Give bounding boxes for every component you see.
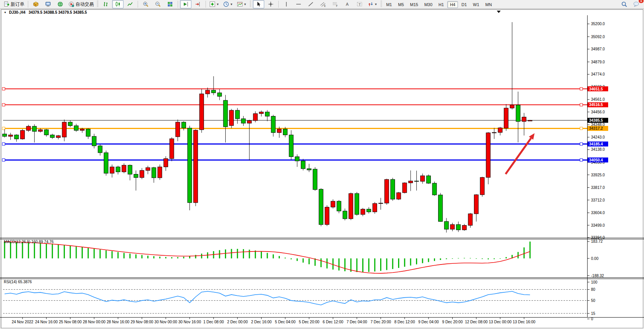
hline-handle[interactable]	[2, 103, 5, 106]
svg-text:34987.0: 34987.0	[591, 47, 605, 51]
svg-text:12 Dec 08:00: 12 Dec 08:00	[465, 320, 488, 324]
price-badge: 34651.5	[588, 86, 608, 91]
chart-symbol-period: DJ30-,H4	[9, 10, 26, 15]
price-badge: 34516.5	[588, 102, 608, 107]
svg-text:34185.4: 34185.4	[589, 142, 603, 146]
collapse-triangle-icon: ▼	[4, 11, 6, 14]
svg-text:2 Dec 00:00: 2 Dec 00:00	[227, 320, 248, 324]
svg-text:5 Dec 04:00: 5 Dec 04:00	[275, 320, 296, 324]
svg-text:15: 15	[591, 311, 596, 316]
svg-text:33604.0: 33604.0	[591, 211, 605, 215]
macd-axis-ticks: 183.720.00-188.32	[587, 239, 604, 277]
price-badge: 34385.5	[588, 118, 608, 123]
svg-text:33817.0: 33817.0	[591, 185, 605, 190]
macd-indicator-label: MACD(12,26,9) 160.89 74.76	[4, 240, 54, 244]
candles-layer	[3, 22, 532, 232]
svg-text:34879.0: 34879.0	[591, 60, 605, 64]
svg-text:30 Nov 16:00: 30 Nov 16:00	[178, 320, 201, 324]
price-badge: 34185.4	[588, 142, 608, 147]
hline-handle[interactable]	[580, 127, 583, 130]
svg-text:34516.5: 34516.5	[589, 103, 603, 107]
hline-handle[interactable]	[580, 87, 583, 90]
chart-title: ▼ DJ30-,H4 34379.5 34388.5 34379.5 34385…	[4, 10, 87, 15]
svg-text:29 Nov 08:00: 29 Nov 08:00	[130, 320, 153, 324]
svg-text:7 Dec 04:00: 7 Dec 04:00	[347, 320, 367, 324]
svg-text:30 Nov 00:00: 30 Nov 00:00	[154, 320, 177, 324]
svg-text:7 Dec 20:00: 7 Dec 20:00	[371, 320, 391, 324]
svg-text:34138.0: 34138.0	[591, 147, 605, 152]
svg-text:34456.0: 34456.0	[591, 110, 605, 114]
rsi-axis-ticks: 1008050150	[587, 280, 597, 321]
svg-text:25 Nov 08:00: 25 Nov 08:00	[59, 320, 82, 324]
chart-canvas[interactable]: 35200.035092.034987.034879.034774.034669…	[0, 0, 644, 329]
svg-text:33499.0: 33499.0	[591, 223, 605, 227]
svg-text:0.00: 0.00	[591, 256, 599, 261]
svg-text:6 Dec 12:00: 6 Dec 12:00	[323, 320, 343, 324]
price-badge: 34317.2	[588, 126, 608, 131]
rsi-indicator-label: RSI(14) 65.3876	[4, 280, 32, 284]
hline-handle[interactable]	[2, 143, 5, 145]
svg-text:34561.0: 34561.0	[591, 97, 605, 102]
svg-text:34385.5: 34385.5	[589, 118, 603, 123]
svg-text:34774.0: 34774.0	[591, 72, 605, 76]
svg-text:100: 100	[591, 280, 597, 284]
svg-text:34050.4: 34050.4	[589, 158, 603, 162]
macd-histogram	[4, 242, 531, 272]
hline-handle[interactable]	[2, 87, 5, 90]
time-axis-labels: 24 Nov 202224 Nov 16:0025 Nov 08:0028 No…	[12, 318, 536, 324]
svg-text:24 Nov 16:00: 24 Nov 16:00	[35, 320, 58, 324]
svg-text:34243.0: 34243.0	[591, 135, 605, 139]
svg-text:5 Dec 20:00: 5 Dec 20:00	[299, 320, 320, 324]
svg-text:35092.0: 35092.0	[591, 35, 605, 39]
svg-text:2 Dec 16:00: 2 Dec 16:00	[251, 320, 271, 324]
rsi-line	[5, 291, 530, 305]
svg-text:13 Dec 16:00: 13 Dec 16:00	[513, 320, 536, 324]
hline-handle[interactable]	[580, 159, 583, 161]
svg-text:33712.0: 33712.0	[591, 198, 605, 202]
svg-text:50: 50	[591, 298, 596, 303]
svg-text:13 Dec 00:00: 13 Dec 00:00	[489, 320, 512, 324]
svg-text:-188.32: -188.32	[591, 274, 604, 278]
hline-handle[interactable]	[580, 143, 583, 145]
annotation-arrow[interactable]	[506, 133, 535, 174]
svg-text:8 Dec 12:00: 8 Dec 12:00	[394, 320, 415, 324]
mt4-terminal: { "toolbar": { "new_order_label": "新订单",…	[0, 0, 644, 329]
hline-handle[interactable]	[580, 103, 583, 106]
svg-text:9 Dec 04:00: 9 Dec 04:00	[418, 320, 439, 324]
svg-text:9 Dec 20:00: 9 Dec 20:00	[442, 320, 463, 324]
svg-text:28 Nov 00:00: 28 Nov 00:00	[83, 320, 106, 324]
svg-text:24 Nov 2022: 24 Nov 2022	[12, 320, 34, 324]
hline-handle[interactable]	[2, 159, 5, 161]
svg-text:35200.0: 35200.0	[591, 22, 605, 26]
svg-text:1 Dec 08:00: 1 Dec 08:00	[203, 320, 224, 324]
chart-ohlc-quote: 34379.5 34388.5 34379.5 34385.5	[29, 10, 87, 15]
svg-text:80: 80	[591, 287, 596, 292]
svg-text:183.72: 183.72	[591, 239, 603, 244]
svg-text:28 Nov 16:00: 28 Nov 16:00	[107, 320, 130, 324]
svg-text:34317.2: 34317.2	[589, 126, 603, 131]
price-badge: 34050.4	[588, 158, 608, 163]
chart-shift-marker-icon[interactable]	[497, 11, 501, 13]
svg-text:34651.5: 34651.5	[589, 87, 603, 91]
svg-text:0: 0	[591, 317, 593, 321]
svg-text:33925.0: 33925.0	[591, 173, 605, 177]
